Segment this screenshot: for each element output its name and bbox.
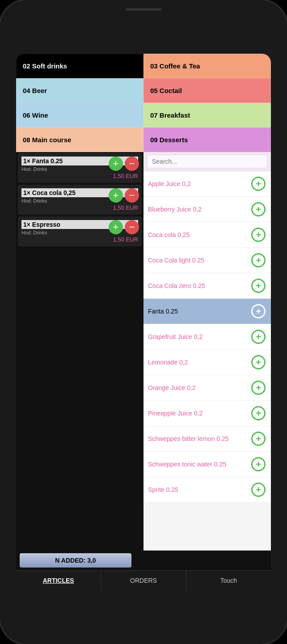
list-item[interactable]: Apple Juice 0,2 +	[144, 171, 271, 197]
phone-frame: 02 Soft drinks 03 Coffee & Tea 04 Beer 0…	[0, 0, 287, 644]
decrease-fanta-button[interactable]: −	[125, 157, 139, 171]
articles-list: Apple Juice 0,2 + Blueberry Juice 0,2 + …	[144, 171, 271, 551]
category-main-course[interactable]: 08 Main course	[16, 127, 144, 152]
category-grid: 02 Soft drinks 03 Coffee & Tea 04 Beer 0…	[16, 54, 271, 152]
search-bar	[144, 152, 271, 171]
increase-cola-button[interactable]: +	[109, 188, 123, 203]
article-name: Coca Cola zero 0.25	[148, 282, 205, 289]
list-item[interactable]: Coca Cola zero 0.25 +	[144, 273, 271, 299]
increase-fanta-button[interactable]: +	[109, 157, 123, 171]
article-name: Grapefruit Juice 0,2	[148, 333, 203, 340]
order-item-price-fanta: 1,50 EUR	[21, 173, 138, 179]
article-name: Lemonade 0,2	[148, 359, 188, 366]
article-name: Coca cola 0,25	[148, 231, 190, 238]
add-article-button[interactable]: +	[250, 201, 266, 217]
add-article-button[interactable]: +	[250, 482, 266, 498]
article-name: Coca Cola light 0.25	[148, 257, 204, 264]
tab-orders[interactable]: ORDERS	[101, 571, 186, 590]
article-name: Pineapple Juice 0,2	[148, 410, 203, 417]
list-item[interactable]: Blueberry Juice 0,2 +	[144, 197, 271, 222]
decrease-espresso-button[interactable]: −	[125, 220, 139, 234]
n-added-badge: N ADDED: 3,0	[20, 553, 131, 568]
tab-touch[interactable]: Touch	[186, 571, 271, 590]
articles-panel: Apple Juice 0,2 + Blueberry Juice 0,2 + …	[144, 152, 271, 551]
add-article-button[interactable]: +	[250, 227, 266, 243]
article-name: Schweppes bitter lemon 0.25	[148, 435, 229, 442]
article-name: Sprite 0.25	[148, 486, 178, 493]
list-item[interactable]: Orange Juice 0,2 +	[144, 375, 271, 401]
add-article-button[interactable]: +	[250, 176, 266, 192]
increase-espresso-button[interactable]: +	[109, 220, 123, 234]
article-name: Blueberry Juice 0,2	[148, 206, 202, 213]
list-item[interactable]: Lemonade 0,2 +	[144, 350, 271, 375]
add-article-button[interactable]: +	[250, 431, 266, 447]
tab-articles[interactable]: ARTICLES	[16, 571, 101, 590]
category-coffee-tea[interactable]: 03 Coffee & Tea	[144, 54, 271, 78]
article-name: Fanta 0.25	[148, 308, 178, 315]
add-article-button[interactable]: +	[250, 278, 266, 294]
main-content: 1× Fanta 0.25 + − Hod: Drinks 1,50 EUR	[16, 152, 271, 551]
add-article-button[interactable]: +	[250, 405, 266, 421]
category-soft-drinks[interactable]: 02 Soft drinks	[16, 54, 144, 78]
phone-speaker	[126, 8, 161, 11]
list-item[interactable]: Sprite 0.25 +	[144, 477, 271, 503]
order-panel: 1× Fanta 0.25 + − Hod: Drinks 1,50 EUR	[16, 152, 144, 551]
order-item: 1× Espresso + − Hod: Drinks 1,50 EUR	[18, 216, 142, 246]
category-breakfast[interactable]: 07 Breakfast	[144, 103, 271, 127]
list-item[interactable]: Coca cola 0,25 +	[144, 222, 271, 248]
add-article-button[interactable]: +	[250, 329, 266, 345]
list-item[interactable]: Schweppes bitter lemon 0.25 +	[144, 426, 271, 452]
phone-screen: 02 Soft drinks 03 Coffee & Tea 04 Beer 0…	[16, 54, 271, 590]
category-wine[interactable]: 06 Wine	[16, 103, 144, 127]
decrease-cola-button[interactable]: −	[125, 188, 139, 203]
order-item: 1× Coca cola 0,25 + − Hod: Drinks 1,50 E…	[18, 185, 142, 215]
category-beer[interactable]: 04 Beer	[16, 78, 144, 103]
list-item[interactable]: Fanta 0.25 +	[144, 299, 271, 324]
article-name: Apple Juice 0,2	[148, 180, 191, 187]
list-item[interactable]: Coca Cola light 0.25 +	[144, 248, 271, 273]
list-item[interactable]: Grapefruit Juice 0,2 +	[144, 324, 271, 350]
article-name: Schweppes tonic water 0.25	[148, 461, 226, 468]
add-article-button[interactable]: +	[250, 303, 266, 319]
bottom-bar: N ADDED: 3,0	[16, 551, 271, 570]
article-name: Orange Juice 0,2	[148, 384, 196, 391]
tab-bar: ARTICLES ORDERS Touch	[16, 570, 271, 590]
list-item[interactable]: Pineapple Juice 0,2 +	[144, 401, 271, 426]
add-article-button[interactable]: +	[250, 456, 266, 472]
add-article-button[interactable]: +	[250, 252, 266, 268]
order-item-price-cola: 1,50 EUR	[21, 204, 138, 211]
category-coctail[interactable]: 05 Coctail	[144, 78, 271, 103]
order-item: 1× Fanta 0.25 + − Hod: Drinks 1,50 EUR	[18, 153, 142, 183]
order-item-price-espresso: 1,50 EUR	[21, 236, 138, 243]
category-desserts[interactable]: 09 Desserts	[144, 127, 271, 152]
search-input[interactable]	[147, 155, 267, 168]
add-article-button[interactable]: +	[250, 354, 266, 370]
list-item[interactable]: Schweppes tonic water 0.25 +	[144, 452, 271, 477]
add-article-button[interactable]: +	[250, 380, 266, 396]
